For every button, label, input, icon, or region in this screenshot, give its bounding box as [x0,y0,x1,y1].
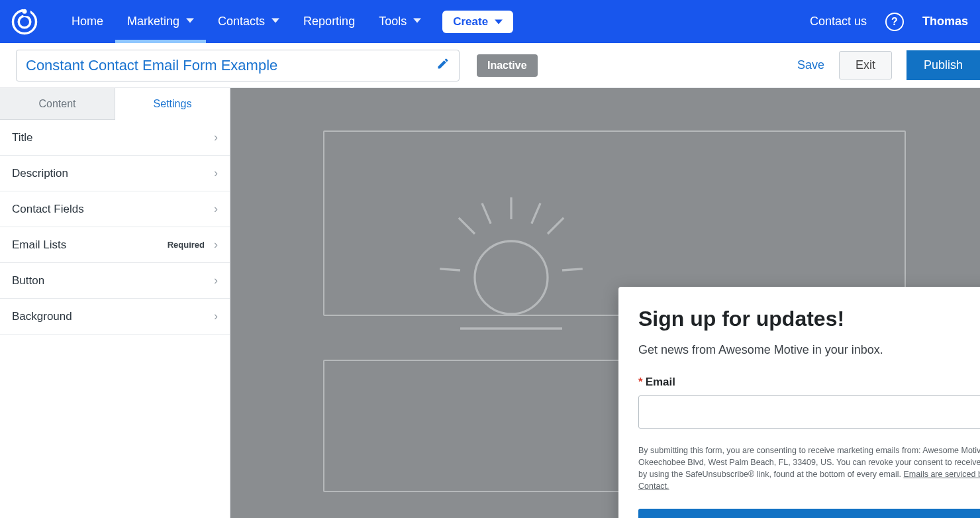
save-button[interactable]: Save [797,58,824,72]
tab-settings[interactable]: Settings [115,88,230,120]
signup-button[interactable]: Sign up! [638,509,980,519]
nav-marketing[interactable]: Marketing [115,0,206,43]
chevron-right-icon: › [214,166,218,180]
exit-button[interactable]: Exit [839,51,892,79]
create-button[interactable]: Create [442,11,513,33]
panel-label: Email Lists [12,238,66,252]
nav-tools[interactable]: Tools [367,0,433,43]
panel-label: Background [12,310,72,323]
title-input-wrap[interactable] [16,50,460,81]
publish-button[interactable]: Publish [906,50,980,80]
chevron-down-icon [186,17,194,26]
chevron-down-icon [413,17,421,26]
nav-right: Contact us ? Thomas [810,13,968,31]
tab-content[interactable]: Content [0,88,115,120]
brand-logo[interactable] [9,7,40,37]
create-label: Create [453,15,488,28]
svg-point-3 [23,9,27,13]
main-area: Content Settings Title › Description › C… [0,88,980,518]
panel-label: Button [12,274,44,287]
chevron-right-icon: › [214,130,218,144]
panel-description[interactable]: Description › [0,156,230,191]
chevron-right-icon: › [214,274,218,287]
signup-popup: ✕ Sign up for updates! Get news from Awe… [618,287,980,518]
nav-label: Marketing [127,15,179,28]
nav-reporting[interactable]: Reporting [291,0,367,43]
panel-title[interactable]: Title › [0,120,230,156]
nav-home[interactable]: Home [60,0,115,43]
help-icon[interactable]: ? [885,13,904,31]
required-star: * [638,376,643,388]
panel-label: Description [12,167,68,180]
nav-items: Home Marketing Contacts Reporting Tools … [60,0,513,43]
email-label: *Email [638,376,980,389]
settings-sidebar: Content Settings Title › Description › C… [0,88,230,518]
svg-line-8 [562,269,583,270]
svg-point-4 [475,241,548,314]
required-tag: Required [168,240,205,250]
panel-contact-fields[interactable]: Contact Fields › [0,191,230,227]
help-glyph: ? [891,16,898,28]
chevron-right-icon: › [214,202,218,216]
panel-background[interactable]: Background › [0,299,230,335]
svg-line-11 [482,203,491,224]
contact-us-link[interactable]: Contact us [810,15,867,28]
nav-label: Reporting [303,15,355,28]
email-input[interactable] [638,395,980,429]
svg-point-1 [19,16,30,28]
top-nav: Home Marketing Contacts Reporting Tools … [0,0,980,43]
svg-line-9 [440,269,460,270]
svg-line-6 [548,218,564,234]
pencil-icon[interactable] [436,57,450,74]
user-menu[interactable]: Thomas [922,15,968,28]
svg-line-7 [459,218,475,234]
form-title-input[interactable] [26,57,430,74]
preview-canvas: ✕ Sign up for updates! Get news from Awe… [230,88,980,518]
popup-heading: Sign up for updates! [638,307,980,331]
panel-label: Contact Fields [12,203,84,216]
panel-email-lists[interactable]: Email Lists Required › [0,227,230,263]
nav-label: Contacts [218,15,265,28]
status-badge: Inactive [477,54,538,77]
panel-label: Title [12,131,33,144]
panel-button[interactable]: Button › [0,263,230,299]
chevron-down-icon [271,17,279,26]
svg-line-10 [532,203,540,224]
sun-placeholder-icon [438,190,584,336]
nav-label: Home [72,15,103,28]
chevron-right-icon: › [214,238,218,252]
editor-toolbar: Inactive Save Exit Publish [0,43,980,88]
panel-list: Title › Description › Contact Fields › E… [0,120,230,335]
nav-contacts[interactable]: Contacts [206,0,291,43]
email-label-text: Email [646,376,675,388]
legal-text: By submitting this form, you are consent… [638,444,980,493]
toolbar-actions: Save Exit Publish [797,50,980,80]
nav-label: Tools [379,15,407,28]
sidebar-tabs: Content Settings [0,88,230,120]
chevron-right-icon: › [214,309,218,323]
popup-description: Get news from Awesome Motive in your inb… [638,343,980,357]
